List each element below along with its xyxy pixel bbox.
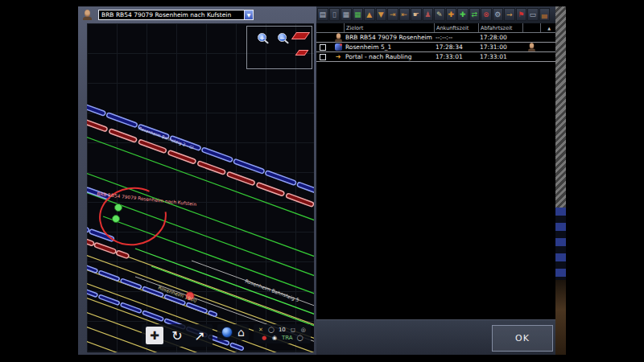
- map-window: BRB RB54 79079 Rosenheim nach Kufstein ▼: [78, 6, 316, 355]
- cell-zielort: Portal - nach Raubling: [344, 52, 434, 61]
- screen: BRB RB54 79079 Rosenheim nach Kufstein ▼: [0, 0, 644, 362]
- map-nav-group: ✚ ↻ ↗: [142, 324, 213, 347]
- radio-c-icon[interactable]: ◯: [297, 335, 303, 341]
- map-titlebar: BRB RB54 79079 Rosenheim nach Kufstein ▼: [78, 6, 316, 23]
- zoom-in-icon[interactable]: +: [258, 33, 266, 42]
- row-checkbox[interactable]: [320, 54, 326, 60]
- grid-green-icon[interactable]: ▦: [353, 8, 364, 21]
- shift-right-icon[interactable]: ⇥: [387, 8, 398, 21]
- map-legend-box: + −: [246, 26, 312, 69]
- shift-left-icon[interactable]: ⇤: [399, 8, 411, 21]
- pan-tool-button[interactable]: ✚: [146, 327, 163, 344]
- cell-ankunftszeit: --:--:--: [434, 33, 478, 42]
- sort-arrow-icon: ▲: [547, 26, 551, 31]
- map-toolbar: ✚ ↻ ↗ ⌂ ✕ ◯ 10 ◻ ◎: [142, 324, 311, 347]
- track-map[interactable]: Rosenheim Bahnsteig 2 - Gl BRB RB54 7907…: [87, 23, 314, 352]
- table-row[interactable]: ➜ Portal - nach Raubling 17:33:01 17:33:…: [316, 52, 555, 62]
- train-select-dropdown[interactable]: BRB RB54 79079 Rosenheim nach Kufstein ▼: [98, 10, 254, 20]
- rotate-view-button[interactable]: ↻: [168, 327, 186, 344]
- cell-zielort: Rosenheim 5_1: [344, 43, 434, 51]
- header-select-col: [316, 23, 344, 32]
- scene-building-windows: [555, 208, 566, 280]
- header-ankunftszeit[interactable]: Ankunftszeit: [434, 23, 478, 32]
- radio-a-icon[interactable]: ◯: [268, 327, 275, 333]
- header-zielort[interactable]: Zielort: [344, 23, 434, 32]
- ok-button[interactable]: OK: [492, 325, 553, 352]
- radio-b-icon[interactable]: ◉: [271, 335, 278, 341]
- player-train-marker[interactable]: [115, 204, 122, 212]
- world-view-icon[interactable]: [221, 327, 233, 338]
- row-checkbox[interactable]: [320, 44, 326, 51]
- settings-icon[interactable]: ⚙: [493, 8, 504, 21]
- move-down-icon[interactable]: ▼: [376, 8, 387, 21]
- train-select-value: BRB RB54 79079 Rosenheim nach Kufstein: [99, 10, 244, 19]
- speed-limit-toggle-icon[interactable]: 10: [279, 327, 286, 333]
- timetable-toolbar: ▤ ▯ ▦ ▦ ▲ ▼ ⇥ ⇤ ☛ ♟ ✎ ✚ ✚ ⇄ ⊗ ⚙ → ⚑ ▭ ▄: [316, 6, 555, 23]
- enter-icon[interactable]: →: [504, 8, 515, 21]
- passenger-head-icon: [528, 43, 535, 51]
- flag-icon[interactable]: ⚑: [516, 8, 527, 21]
- consist-icon[interactable]: ▄: [539, 8, 551, 21]
- cell-abfahrtszeit: 17:31:00: [478, 43, 522, 51]
- scene-platform-texture: [555, 6, 566, 208]
- map-view-group: ⌂: [217, 324, 249, 340]
- window-icon[interactable]: ▭: [527, 8, 539, 21]
- move-up-icon[interactable]: ▲: [364, 8, 375, 21]
- cell-ankunftszeit: 17:33:01: [434, 52, 478, 61]
- table-row[interactable]: BRB RB54 79079 Rosenheim nach K --:--:--…: [316, 33, 555, 43]
- signal-red-toggle-icon[interactable]: ●: [261, 335, 267, 341]
- driver-head-icon: [83, 10, 92, 20]
- cell-abfahrtszeit: 17:28:00: [478, 33, 522, 42]
- track-map-canvas: Rosenheim Bahnsteig 2 - Gl BRB RB54 7907…: [87, 23, 314, 352]
- add-icon[interactable]: ✚: [457, 8, 469, 21]
- occupied-track-legend-icon: [291, 32, 310, 39]
- add-waypoint-icon[interactable]: ✚: [446, 8, 457, 21]
- junction-icon[interactable]: ⇄: [469, 8, 481, 21]
- people-icon[interactable]: ♟: [423, 8, 434, 21]
- stop-marker-icon: [335, 43, 342, 51]
- delete-icon[interactable]: ▯: [329, 8, 341, 21]
- timetable-table: Zielort Ankunftszeit Abfahrtszeit ▲ BRB …: [316, 23, 555, 319]
- cell-abfahrtszeit: 17:33:01: [478, 52, 522, 61]
- table-header-row: Zielort Ankunftszeit Abfahrtszeit ▲: [316, 23, 555, 33]
- occupied-track-legend-icon-2: [295, 50, 309, 56]
- target-toggle-icon[interactable]: ◎: [300, 327, 307, 333]
- track-id-toggle-icon[interactable]: TRA: [282, 335, 293, 341]
- player-train-marker-2[interactable]: [113, 216, 120, 223]
- home-view-icon[interactable]: ⌂: [237, 327, 245, 338]
- cell-extra: [522, 43, 540, 51]
- edit-icon[interactable]: ✎: [434, 8, 445, 21]
- scene-strip: [555, 6, 566, 355]
- grid-icon[interactable]: ▦: [341, 8, 352, 21]
- scene-ground-texture: [555, 280, 566, 355]
- portal-arrow-icon: ➜: [336, 54, 341, 60]
- cell-zielort: BRB RB54 79079 Rosenheim nach K: [344, 33, 434, 42]
- pointer-icon[interactable]: ☛: [411, 8, 422, 21]
- map-train-label: BRB RB54 79079 Rosenheim nach Kufstein: [97, 191, 197, 207]
- table-row[interactable]: Rosenheim 5_1 17:28:34 17:31:00: [316, 43, 555, 52]
- driver-head-icon: [335, 33, 342, 41]
- map-layer-toggles: ✕ ◯ 10 ◻ ◎ ● ◉ TRA ◯: [254, 324, 311, 343]
- timetable-window: ▤ ▯ ▦ ▦ ▲ ▼ ⇥ ⇤ ☛ ♟ ✎ ✚ ✚ ⇄ ⊗ ⚙ → ⚑ ▭ ▄ …: [316, 6, 555, 355]
- lock-toggle-icon[interactable]: ◻: [290, 327, 296, 333]
- header-sort-col[interactable]: ▲: [540, 23, 552, 32]
- cell-ankunftszeit: 17:28:34: [434, 43, 478, 51]
- save-icon[interactable]: ▤: [317, 8, 328, 21]
- remove-icon[interactable]: ⊗: [481, 8, 492, 21]
- signal-toggle-icon[interactable]: ✕: [258, 327, 264, 333]
- resize-view-button[interactable]: ↗: [191, 327, 208, 344]
- header-extra-col: [522, 23, 540, 32]
- zoom-out-icon[interactable]: −: [278, 33, 287, 42]
- dialog-footer: OK: [316, 319, 555, 355]
- chevron-down-icon[interactable]: ▼: [244, 10, 253, 19]
- cell-extra: [522, 33, 540, 42]
- header-abfahrtszeit[interactable]: Abfahrtszeit: [478, 23, 522, 32]
- map-platform-label: Rosenheim Bahnsteig 5: [244, 278, 300, 303]
- cell-extra: [522, 52, 540, 61]
